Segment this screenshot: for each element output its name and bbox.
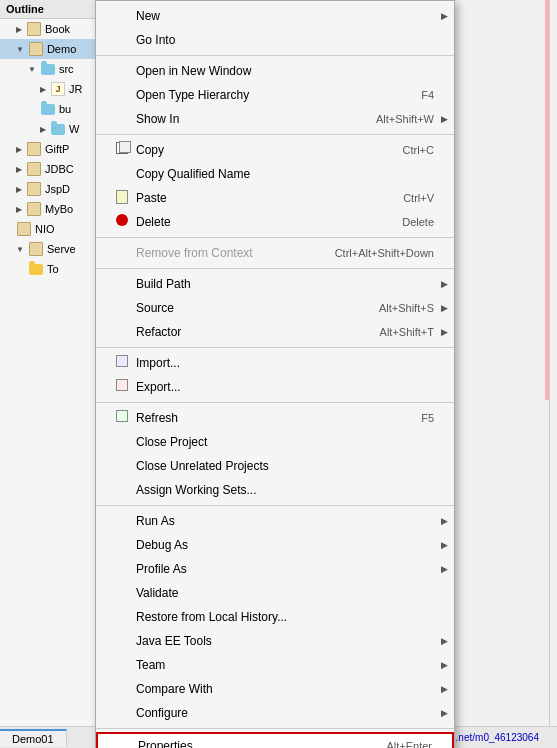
folder-icon	[26, 21, 42, 37]
menu-item-refresh[interactable]: Refresh F5	[96, 406, 454, 430]
menu-item-paste[interactable]: Paste Ctrl+V	[96, 186, 454, 210]
tree-item-label: JDBC	[45, 163, 74, 175]
separator-3	[96, 237, 454, 238]
menu-item-debug-as[interactable]: Debug As	[96, 533, 454, 557]
refactor-icon	[116, 324, 132, 340]
menu-item-properties[interactable]: Properties Alt+Enter	[96, 732, 454, 748]
tree-item-jspd[interactable]: ▶ JspD	[0, 179, 99, 199]
go-into-icon	[116, 32, 132, 48]
project-icon	[26, 161, 42, 177]
tree-item-serve[interactable]: ▼ Serve	[0, 239, 99, 259]
java-icon: J	[50, 81, 66, 97]
separator-1	[96, 55, 454, 56]
scrollbar[interactable]	[549, 0, 557, 748]
tree-item-jr[interactable]: ▶ J JR	[0, 79, 99, 99]
tree-item-to[interactable]: To	[0, 259, 99, 279]
tree-item-label: src	[59, 63, 74, 75]
tree-item-book[interactable]: ▶ Book	[0, 19, 99, 39]
menu-item-compare-with[interactable]: Compare With	[96, 677, 454, 701]
menu-item-refactor[interactable]: Refactor Alt+Shift+T	[96, 320, 454, 344]
project-icon	[28, 241, 44, 257]
properties-icon	[118, 738, 134, 748]
menu-item-copy[interactable]: Copy Ctrl+C	[96, 138, 454, 162]
copy-icon	[116, 142, 132, 158]
profile-as-icon	[116, 561, 132, 577]
menu-item-remove-context[interactable]: Remove from Context Ctrl+Alt+Shift+Down	[96, 241, 454, 265]
menu-item-close-project[interactable]: Close Project	[96, 430, 454, 454]
menu-item-configure[interactable]: Configure	[96, 701, 454, 725]
assign-working-sets-icon	[116, 482, 132, 498]
project-icon	[26, 141, 42, 157]
status-tab-demo01[interactable]: Demo01	[0, 729, 67, 747]
tree-item-src[interactable]: ▼ src	[0, 59, 99, 79]
menu-item-go-into[interactable]: Go Into	[96, 28, 454, 52]
folder-icon	[28, 261, 44, 277]
source-icon	[116, 300, 132, 316]
tree-item-label: GiftP	[45, 143, 69, 155]
project-icon	[26, 201, 42, 217]
menu-item-run-as[interactable]: Run As	[96, 509, 454, 533]
menu-item-open-new-window[interactable]: Open in New Window	[96, 59, 454, 83]
folder-icon	[40, 101, 56, 117]
export-icon	[116, 379, 132, 395]
separator-4	[96, 268, 454, 269]
folder-icon	[50, 121, 66, 137]
tree-item-label: Book	[45, 23, 70, 35]
menu-item-restore-history[interactable]: Restore from Local History...	[96, 605, 454, 629]
tree-item-jdbc[interactable]: ▶ JDBC	[0, 159, 99, 179]
collapse-arrow: ▼	[16, 45, 24, 54]
tree-item-label: bu	[59, 103, 71, 115]
project-icon	[28, 41, 44, 57]
package-explorer-panel: Outline ▶ Book ▼ Demo ▼ src ▶ J JR bu	[0, 0, 100, 748]
collapse-arrow: ▶	[16, 145, 22, 154]
menu-item-assign-working-sets[interactable]: Assign Working Sets...	[96, 478, 454, 502]
close-unrelated-icon	[116, 458, 132, 474]
tree-item-giftp[interactable]: ▶ GiftP	[0, 139, 99, 159]
separator-2	[96, 134, 454, 135]
menu-item-team[interactable]: Team	[96, 653, 454, 677]
tree-item-demo[interactable]: ▼ Demo	[0, 39, 99, 59]
menu-item-build-path[interactable]: Build Path	[96, 272, 454, 296]
project-icon	[26, 181, 42, 197]
menu-item-validate[interactable]: Validate	[96, 581, 454, 605]
delete-icon	[116, 214, 132, 230]
tree-item-w[interactable]: ▶ W	[0, 119, 99, 139]
import-icon	[116, 355, 132, 371]
menu-item-java-ee-tools[interactable]: Java EE Tools	[96, 629, 454, 653]
menu-item-show-in[interactable]: Show In Alt+Shift+W	[96, 107, 454, 131]
configure-icon	[116, 705, 132, 721]
menu-item-delete[interactable]: Delete Delete	[96, 210, 454, 234]
tree-item-label: Serve	[47, 243, 76, 255]
folder-icon	[40, 61, 56, 77]
collapse-arrow: ▶	[40, 125, 46, 134]
separator-7	[96, 505, 454, 506]
close-project-icon	[116, 434, 132, 450]
menu-item-open-type-hierarchy[interactable]: Open Type Hierarchy F4	[96, 83, 454, 107]
menu-item-profile-as[interactable]: Profile As	[96, 557, 454, 581]
tree-item-bu[interactable]: bu	[0, 99, 99, 119]
team-icon	[116, 657, 132, 673]
collapse-arrow: ▶	[16, 185, 22, 194]
paste-icon	[116, 190, 132, 206]
tree-item-mybo[interactable]: ▶ MyBo	[0, 199, 99, 219]
menu-item-import[interactable]: Import...	[96, 351, 454, 375]
tree-item-label: W	[69, 123, 79, 135]
tree-item-label: JspD	[45, 183, 70, 195]
menu-item-export[interactable]: Export...	[96, 375, 454, 399]
context-menu: New Go Into Open in New Window Open Type…	[95, 0, 455, 748]
collapse-arrow: ▶	[40, 85, 46, 94]
run-as-icon	[116, 513, 132, 529]
collapse-arrow: ▶	[16, 205, 22, 214]
menu-item-copy-qualified[interactable]: Copy Qualified Name	[96, 162, 454, 186]
open-window-icon	[116, 63, 132, 79]
status-tab-label: Demo01	[12, 733, 54, 745]
java-ee-tools-icon	[116, 633, 132, 649]
menu-item-source[interactable]: Source Alt+Shift+S	[96, 296, 454, 320]
type-hierarchy-icon	[116, 87, 132, 103]
menu-item-close-unrelated[interactable]: Close Unrelated Projects	[96, 454, 454, 478]
menu-item-new[interactable]: New	[96, 4, 454, 28]
tree-item-nio[interactable]: NIO	[0, 219, 99, 239]
tree-item-label: Demo	[47, 43, 76, 55]
build-path-icon	[116, 276, 132, 292]
separator-6	[96, 402, 454, 403]
